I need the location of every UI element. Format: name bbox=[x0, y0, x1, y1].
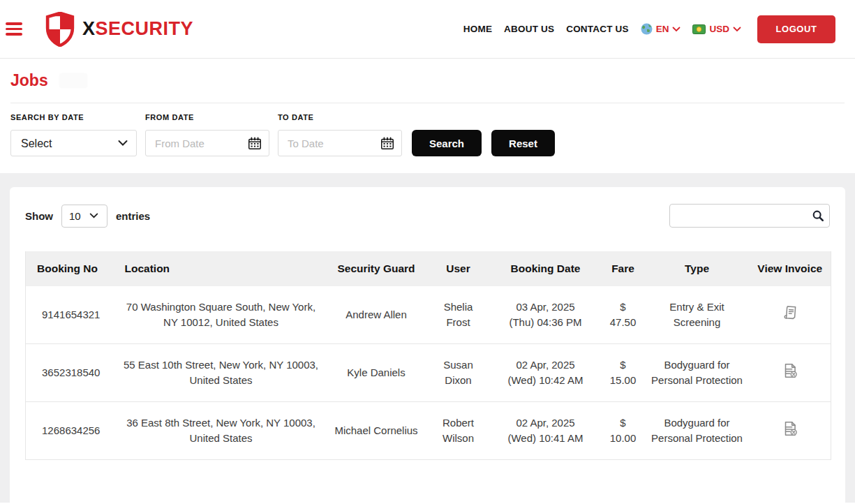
from-date-wrap bbox=[145, 130, 269, 156]
globe-icon bbox=[641, 23, 653, 35]
location-cell: 55 East 10th Street, New York, NY 10003,… bbox=[117, 344, 326, 402]
main-nav: HOME ABOUT US CONTACT US EN USD LOGOUT bbox=[463, 15, 835, 43]
file-x-invoice-icon bbox=[781, 362, 799, 380]
type-cell: Entry & Exit Screening bbox=[645, 286, 750, 344]
calendar-icon[interactable] bbox=[247, 135, 262, 151]
receipt-invoice-icon bbox=[781, 304, 799, 322]
currency-value: USD bbox=[709, 24, 729, 34]
booking-no-cell: 9141654321 bbox=[26, 286, 117, 344]
page-title: Jobs bbox=[10, 71, 48, 90]
language-value: EN bbox=[656, 24, 669, 34]
chevron-down-icon bbox=[672, 27, 681, 32]
page-header-section: Jobs SEARCH BY DATE Select FROM DATE bbox=[0, 59, 855, 173]
fare-cell: $ 47.50 bbox=[602, 286, 645, 344]
booking-date-cell: 02 Apr, 2025 (Wed) 10:41 AM bbox=[490, 402, 602, 460]
jobs-table-card: Show 10 entries bbox=[10, 187, 845, 503]
table-search-input[interactable] bbox=[669, 204, 830, 228]
fare-cell: $ 10.00 bbox=[602, 402, 645, 460]
col-booking-no[interactable]: Booking No bbox=[26, 251, 117, 286]
view-invoice-cell bbox=[750, 402, 831, 460]
language-selector[interactable]: EN bbox=[641, 23, 681, 35]
col-view-invoice[interactable]: View Invoice bbox=[750, 251, 831, 286]
divider bbox=[10, 103, 845, 103]
view-invoice-button[interactable] bbox=[781, 362, 799, 380]
search-button[interactable]: Search bbox=[412, 130, 482, 156]
booking-date-cell: 02 Apr, 2025 (Wed) 10:42 AM bbox=[490, 344, 602, 402]
hamburger-menu-icon[interactable] bbox=[6, 19, 29, 40]
view-invoice-cell bbox=[750, 286, 831, 344]
search-icon[interactable] bbox=[812, 209, 824, 222]
nav-home[interactable]: HOME bbox=[463, 24, 492, 34]
location-cell: 36 East 8th Street, New York, NY 10003, … bbox=[117, 402, 326, 460]
jobs-table: Booking No Location Security Guard User … bbox=[25, 251, 831, 460]
location-cell: 70 Washington Square South, New York, NY… bbox=[117, 286, 326, 344]
guard-cell: Andrew Allen bbox=[326, 286, 427, 344]
table-search-wrap bbox=[669, 204, 830, 228]
booking-date-cell: 03 Apr, 2025 (Thu) 04:36 PM bbox=[490, 286, 602, 344]
calendar-icon[interactable] bbox=[380, 135, 395, 151]
type-cell: Bodyguard for Personal Protection bbox=[645, 402, 750, 460]
view-invoice-button[interactable] bbox=[781, 304, 799, 322]
search-by-date-select[interactable]: Select bbox=[11, 131, 136, 156]
col-user[interactable]: User bbox=[427, 251, 490, 286]
currency-selector[interactable]: USD bbox=[692, 24, 741, 34]
fare-cell: $ 15.00 bbox=[602, 344, 645, 402]
page-size-wrap: 10 bbox=[61, 205, 107, 228]
col-type[interactable]: Type bbox=[645, 251, 750, 286]
table-row: 1268634256 36 East 8th Street, New York,… bbox=[26, 402, 831, 460]
reset-button[interactable]: Reset bbox=[491, 130, 555, 156]
filters-bar: SEARCH BY DATE Select FROM DATE bbox=[10, 113, 845, 156]
col-fare[interactable]: Fare bbox=[602, 251, 645, 286]
col-location[interactable]: Location bbox=[117, 251, 326, 286]
shield-logo-icon bbox=[45, 12, 75, 47]
chevron-down-icon bbox=[733, 27, 741, 32]
table-header-row: Booking No Location Security Guard User … bbox=[26, 251, 831, 286]
entries-label: entries bbox=[116, 210, 150, 222]
from-date-label: FROM DATE bbox=[145, 113, 269, 121]
user-cell: Shelia Frost bbox=[427, 286, 490, 344]
guard-cell: Michael Cornelius bbox=[326, 402, 427, 460]
logout-button[interactable]: LOGOUT bbox=[757, 15, 835, 43]
page-size-select[interactable]: 10 bbox=[62, 205, 107, 227]
search-by-date-select-wrap: Select bbox=[10, 130, 137, 156]
show-label: Show bbox=[25, 210, 53, 222]
content-background: Show 10 entries bbox=[0, 173, 855, 503]
brand-name: XSECURITY bbox=[82, 20, 193, 38]
view-invoice-cell bbox=[750, 344, 831, 402]
table-row: 9141654321 70 Washington Square South, N… bbox=[26, 286, 831, 344]
user-cell: Robert Wilson bbox=[427, 402, 490, 460]
nav-about-us[interactable]: ABOUT US bbox=[504, 24, 554, 34]
user-cell: Susan Dixon bbox=[427, 344, 490, 402]
view-invoice-button[interactable] bbox=[781, 420, 799, 438]
nav-contact-us[interactable]: CONTACT US bbox=[566, 24, 629, 34]
col-booking-date[interactable]: Booking Date bbox=[490, 251, 602, 286]
file-x-invoice-icon bbox=[781, 420, 799, 438]
title-badge bbox=[59, 73, 87, 88]
table-controls: Show 10 entries bbox=[25, 204, 830, 228]
banknote-icon bbox=[692, 24, 706, 34]
table-row: 3652318540 55 East 10th Street, New York… bbox=[26, 344, 831, 402]
booking-no-cell: 1268634256 bbox=[26, 402, 117, 460]
search-by-date-label: SEARCH BY DATE bbox=[10, 113, 137, 121]
booking-no-cell: 3652318540 bbox=[26, 344, 117, 402]
type-cell: Bodyguard for Personal Protection bbox=[645, 344, 750, 402]
col-security-guard[interactable]: Security Guard bbox=[326, 251, 427, 286]
top-navigation-bar: XSECURITY HOME ABOUT US CONTACT US EN US… bbox=[0, 0, 855, 59]
to-date-label: TO DATE bbox=[278, 113, 402, 121]
guard-cell: Kyle Daniels bbox=[326, 344, 427, 402]
to-date-wrap bbox=[278, 130, 402, 156]
brand-logo[interactable]: XSECURITY bbox=[45, 12, 193, 47]
